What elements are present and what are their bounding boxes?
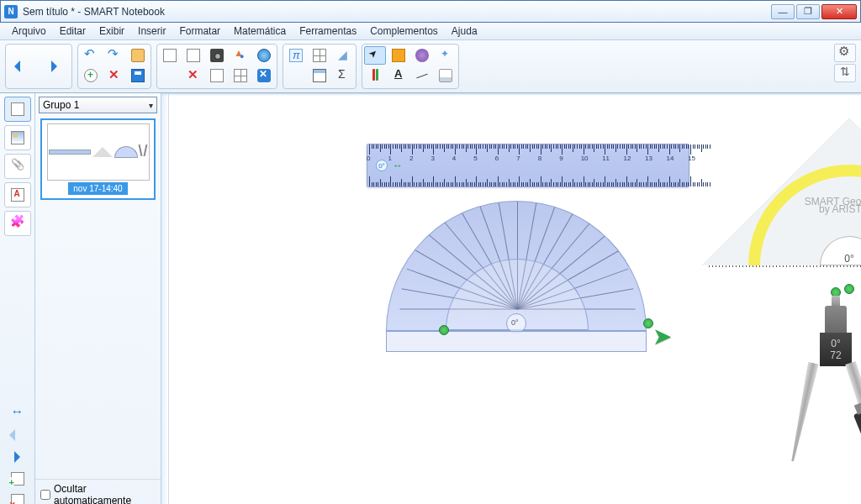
- rail-move-button[interactable]: [8, 404, 28, 423]
- eraser-button[interactable]: [435, 66, 457, 85]
- delete-page-button[interactable]: [103, 66, 125, 85]
- page-thumbnail-1[interactable]: nov 17-14:40: [40, 118, 156, 200]
- shapes-icon: [234, 49, 247, 62]
- minimize-button[interactable]: —: [771, 4, 795, 19]
- menu-arquivo[interactable]: Arquivo: [5, 23, 53, 39]
- magic-button[interactable]: [435, 46, 457, 65]
- sidebar-footer: Ocultar automaticamente: [35, 479, 161, 504]
- next-page-button[interactable]: [40, 46, 70, 87]
- protractor-angle-arrow[interactable]: ➤: [652, 323, 672, 350]
- sigma-button[interactable]: [332, 66, 354, 85]
- settings-button[interactable]: [834, 44, 856, 62]
- new-page-button[interactable]: [80, 66, 102, 85]
- menu-bar: Arquivo Editar Exibir Inserir Formatar M…: [0, 23, 861, 40]
- app-icon: N: [4, 5, 18, 18]
- smartx-button[interactable]: [253, 66, 275, 85]
- compass-pencil-grip-icon: ↔: [858, 413, 861, 426]
- x-red-icon: [108, 69, 121, 82]
- puzzle-icon: [11, 217, 24, 230]
- present-button[interactable]: [206, 66, 228, 85]
- globe-icon: [257, 49, 271, 62]
- save-button[interactable]: [127, 66, 149, 85]
- tab-properties[interactable]: [4, 182, 31, 207]
- tab-addons[interactable]: [4, 211, 31, 236]
- rail-next-button[interactable]: [8, 448, 28, 466]
- rail-prev-button[interactable]: [8, 426, 28, 444]
- hide-auto-checkbox[interactable]: [40, 490, 50, 500]
- measure-tools-button[interactable]: [332, 46, 354, 65]
- open-button[interactable]: [127, 46, 149, 65]
- gallery-icon: [11, 131, 24, 144]
- compass-tool[interactable]: 0° 72 ↔: [781, 291, 861, 475]
- add-page-icon: [11, 472, 24, 486]
- rail-add-page-button[interactable]: [8, 470, 28, 488]
- group-dropdown[interactable]: Grupo 1: [39, 97, 157, 113]
- toolgroup-math: [283, 44, 357, 89]
- menu-ajuda[interactable]: Ajuda: [445, 23, 484, 39]
- doccam-button[interactable]: [253, 46, 275, 65]
- compass-top: [825, 306, 847, 336]
- move-toolbar-button[interactable]: [834, 64, 856, 82]
- ink-icon: [415, 49, 429, 62]
- delete-button[interactable]: [182, 66, 204, 85]
- tab-page-sorter[interactable]: [4, 97, 31, 122]
- compass-leg-needle[interactable]: [787, 362, 819, 463]
- select-tool-button[interactable]: [364, 46, 386, 65]
- table-button[interactable]: [230, 66, 251, 85]
- redo-button[interactable]: [103, 46, 125, 65]
- canvas[interactable]: 0° ↔ 0123456789101112131415 0° ➤ 0° SMAR…: [161, 93, 861, 504]
- arrow-right-icon: [48, 60, 61, 73]
- compass-pencil[interactable]: ↔: [853, 408, 861, 459]
- shapes-button[interactable]: [230, 46, 251, 65]
- fill-button[interactable]: [388, 46, 409, 65]
- ruler-tool[interactable]: 0° ↔ 0123456789101112131415: [367, 144, 689, 187]
- text-icon: [392, 69, 405, 82]
- window-titlebar: N Sem título * - SMART Notebook — ❐ ✕: [0, 0, 861, 23]
- toolgroup-file: [77, 44, 151, 89]
- canvas-left-gutter: [161, 93, 169, 504]
- menu-ferramentas[interactable]: Ferramentas: [293, 23, 363, 39]
- equation-button[interactable]: [285, 46, 307, 65]
- menu-matematica[interactable]: Matemática: [227, 23, 293, 39]
- redo-icon: [108, 49, 121, 62]
- toolgroup-tools: [362, 44, 459, 89]
- cursor-icon: [368, 49, 382, 62]
- undo-icon: [84, 49, 98, 62]
- pens-button[interactable]: [364, 66, 386, 85]
- close-button[interactable]: ✕: [821, 4, 857, 19]
- thumbnail-caption: nov 17-14:40: [68, 182, 127, 195]
- tab-gallery[interactable]: [4, 125, 31, 150]
- ink-button[interactable]: [411, 46, 433, 65]
- folder-icon: [131, 49, 145, 62]
- protractor-handle-left[interactable]: [439, 325, 449, 335]
- menu-complementos[interactable]: Complementos: [363, 23, 445, 39]
- clip-icon: [11, 160, 24, 173]
- sigma-icon: [336, 69, 350, 82]
- menu-inserir[interactable]: Inserir: [131, 23, 172, 39]
- menu-exibir[interactable]: Exibir: [92, 23, 131, 39]
- move-icon: [11, 407, 24, 420]
- arrow-left-icon: [11, 428, 24, 442]
- tab-attachments[interactable]: [4, 154, 31, 179]
- undo-button[interactable]: [80, 46, 102, 65]
- plus-icon: [84, 69, 98, 82]
- save-icon: [131, 69, 145, 82]
- prev-page-button[interactable]: [8, 46, 38, 87]
- line-button[interactable]: [411, 66, 433, 85]
- delete-page-icon: [11, 494, 24, 504]
- rail-delete-page-button[interactable]: [8, 491, 28, 504]
- screen-shade-button[interactable]: [159, 46, 181, 65]
- menu-editar[interactable]: Editar: [53, 23, 92, 39]
- gear-icon: [838, 46, 852, 60]
- text-button[interactable]: [388, 66, 409, 85]
- geodreieck-tool[interactable]: 0° SMART Geodreieck by ARISTO™: [702, 118, 861, 282]
- maximize-button[interactable]: ❐: [796, 4, 820, 19]
- protractor-tool[interactable]: 0° ➤: [386, 201, 647, 352]
- graph-grid-button[interactable]: [309, 46, 330, 65]
- math-table-button[interactable]: [309, 66, 330, 85]
- compass-hinge[interactable]: 0° 72: [820, 333, 852, 366]
- capture-button[interactable]: [206, 46, 228, 65]
- toolgroup-nav: [5, 44, 72, 89]
- menu-formatar[interactable]: Formatar: [172, 23, 227, 39]
- viewer-button[interactable]: [182, 46, 204, 65]
